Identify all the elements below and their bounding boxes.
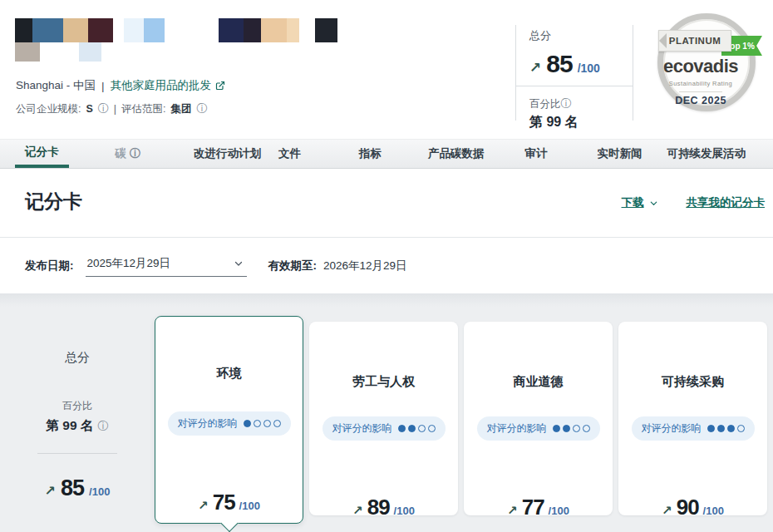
- total-score-denominator: /100: [578, 62, 600, 75]
- trend-up-icon: ↗: [45, 483, 56, 499]
- tab-实时新闻[interactable]: 实时新闻: [598, 140, 643, 168]
- chevron-down-icon: [234, 259, 244, 268]
- trend-up-icon: ↗: [352, 503, 363, 518]
- score-gauge: ↗ 75 /100: [171, 447, 288, 514]
- category-score-denominator: /100: [703, 505, 724, 517]
- logo-color-block: [15, 18, 32, 42]
- size-label: 公司企业规模:: [16, 102, 81, 116]
- category-card-可持续采购[interactable]: 可持续采购 对评分的影响 ↗ 90 /100: [618, 322, 767, 515]
- logo-color-block: [287, 18, 299, 42]
- tab-bar: 记分卡碳ⓘ改进行动计划文件指标产品碳数据审计实时新闻可持续发展活动: [0, 139, 773, 169]
- category-score: 77: [522, 495, 544, 520]
- category-title: 商业道德: [464, 374, 613, 390]
- category-title: 劳工与人权: [309, 374, 458, 390]
- medal-date: DEC 2025: [653, 95, 748, 106]
- download-button[interactable]: 下载: [622, 195, 658, 210]
- total-score-label: 总分: [529, 28, 633, 43]
- ecovadis-logo: ecovadis: [653, 56, 748, 77]
- impact-label: 对评分的影响: [642, 421, 702, 436]
- total-score-value: 85: [546, 50, 572, 78]
- impact-badge: 对评分的影响: [168, 411, 291, 436]
- category-score: 89: [367, 495, 390, 520]
- scores-section: 总分 百分比 第 99 名ⓘ ↗ 85 /100 环境 对评分的影响 ↗ 75 …: [0, 293, 773, 532]
- ecovadis-medal: PLATINUM Top 1% ecovadis Sustainability …: [653, 8, 760, 128]
- impact-label: 对评分的影响: [178, 416, 238, 431]
- logo-color-block: [63, 18, 88, 42]
- share-scorecard-button[interactable]: 共享我的记分卡: [687, 195, 766, 210]
- logo-color-block: [244, 18, 261, 42]
- company-meta-line: 公司企业规模: S ⓘ | 评估范围: 集团 ⓘ: [16, 101, 208, 116]
- scope-label: 评估范围:: [121, 102, 165, 116]
- overall-score: ↗ 85 /100: [0, 475, 155, 501]
- tab-指标[interactable]: 指标: [359, 140, 382, 168]
- overall-score-panel: 总分 百分比 第 99 名ⓘ ↗ 85 /100: [0, 293, 155, 501]
- category-score-denominator: /100: [549, 505, 569, 517]
- medal-divider: [679, 91, 722, 92]
- category-title: 可持续采购: [618, 374, 767, 390]
- company-location-line: Shanghai - 中国 | 其他家庭用品的批发: [16, 78, 225, 93]
- overall-score-value: 85: [61, 475, 84, 501]
- category-title: 环境: [155, 366, 303, 382]
- impact-dots: [398, 425, 436, 432]
- logo-color-block: [219, 18, 244, 42]
- logo-color-block: [15, 42, 40, 62]
- category-card-环境[interactable]: 环境 对评分的影响 ↗ 75 /100: [155, 316, 303, 524]
- impact-badge: 对评分的影响: [632, 416, 755, 441]
- scope-value: 集团: [171, 102, 192, 116]
- logo-color-block: [261, 18, 287, 42]
- impact-label: 对评分的影响: [487, 421, 547, 436]
- percentile-label: 百分比ⓘ: [529, 96, 633, 111]
- score-gauge: ↗ 77 /100: [480, 452, 597, 519]
- impact-badge: 对评分的影响: [322, 416, 446, 441]
- trend-up-icon: ↗: [198, 498, 209, 513]
- logo-color-block: [88, 18, 113, 42]
- impact-label: 对评分的影响: [332, 421, 392, 436]
- impact-dots: [553, 425, 590, 432]
- logo-color-block: [315, 18, 337, 42]
- people-icon: [309, 343, 458, 368]
- trend-up-icon: ↗: [529, 59, 541, 76]
- trend-up-icon: ↗: [662, 503, 672, 518]
- publish-date-select[interactable]: 2025年12月29日: [86, 254, 247, 277]
- total-score-box: 总分 ↗ 85 /100 百分比ⓘ 第 99 名: [515, 25, 633, 121]
- industry-link[interactable]: 其他家庭用品的批发: [111, 78, 226, 93]
- size-info-icon[interactable]: ⓘ: [98, 101, 109, 116]
- percentile-rank: 第 99 名: [529, 114, 633, 131]
- score-gauge: ↗ 90 /100: [635, 452, 751, 519]
- date-row: 发布日期: 2025年12月29日 有效期至: 2026年12月29日: [0, 238, 773, 293]
- category-score: 75: [213, 490, 235, 515]
- overall-score-denominator: /100: [89, 485, 110, 498]
- percentile-info-icon[interactable]: ⓘ: [561, 97, 572, 110]
- publish-date-label: 发布日期:: [25, 259, 74, 273]
- publish-date-value: 2025年12月29日: [87, 256, 171, 271]
- rank-info-icon[interactable]: ⓘ: [97, 420, 108, 432]
- category-score: 90: [677, 495, 699, 520]
- overview-divider: [37, 453, 117, 454]
- category-score-denominator: /100: [394, 505, 415, 517]
- category-card-劳工与人权[interactable]: 劳工与人权 对评分的影响 ↗ 89 /100: [309, 322, 458, 515]
- logo-color-block: [124, 18, 144, 42]
- scope-info-icon[interactable]: ⓘ: [197, 101, 208, 116]
- score-gauge: ↗ 89 /100: [326, 452, 442, 519]
- scales-icon: [464, 343, 613, 368]
- impact-badge: 对评分的影响: [477, 416, 600, 441]
- impact-dots: [707, 425, 745, 432]
- tab-可持续发展活动[interactable]: 可持续发展活动: [667, 140, 746, 168]
- logo-color-block: [79, 42, 101, 62]
- tab-记分卡[interactable]: 记分卡: [15, 140, 69, 168]
- valid-until-label: 有效期至:: [268, 259, 318, 273]
- trend-up-icon: ↗: [507, 503, 518, 518]
- category-card-商业道德[interactable]: 商业道德 对评分的影响 ↗ 77 /100: [464, 322, 613, 515]
- medal-subtitle: Sustainability Rating: [653, 80, 748, 87]
- ecovadis-scorecard-page: 中邦咨询CHINA BANG中邦咨询CHINA BANG中邦咨询CHINA BA…: [0, 0, 773, 532]
- tab-改进行动计划[interactable]: 改进行动计划: [194, 140, 261, 168]
- tab-碳[interactable]: 碳ⓘ: [116, 140, 141, 168]
- scorecard-header: 记分卡 下载 共享我的记分卡: [0, 169, 773, 238]
- category-score-denominator: /100: [239, 500, 260, 512]
- tab-产品碳数据[interactable]: 产品碳数据: [428, 140, 485, 168]
- tab-审计[interactable]: 审计: [525, 140, 548, 168]
- link-icon: [618, 343, 767, 368]
- tab-info-icon: ⓘ: [130, 146, 140, 161]
- overall-label: 总分: [0, 350, 155, 366]
- tab-文件[interactable]: 文件: [278, 140, 301, 168]
